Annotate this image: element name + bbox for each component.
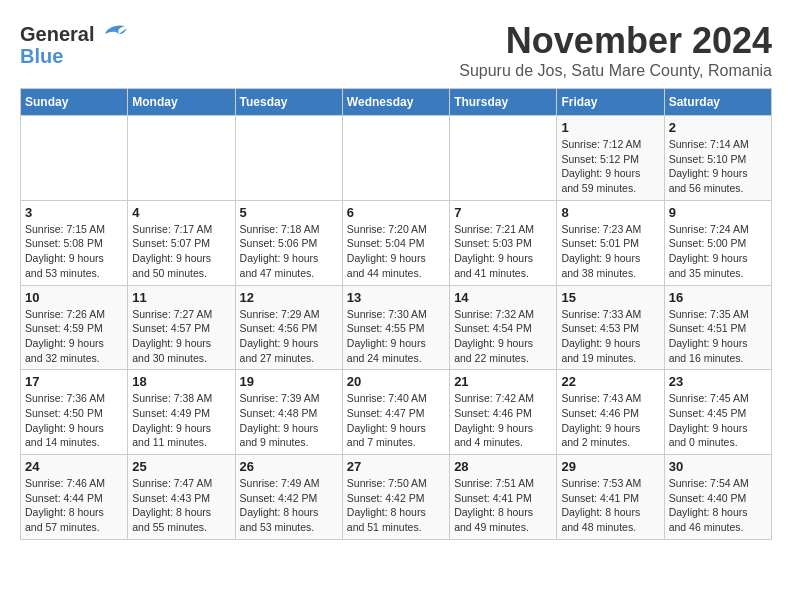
title-section: November 2024 Supuru de Jos, Satu Mare C… — [459, 20, 772, 80]
calendar-cell: 6Sunrise: 7:20 AMSunset: 5:04 PMDaylight… — [342, 200, 449, 285]
day-number: 8 — [561, 205, 659, 220]
day-info: Sunrise: 7:32 AMSunset: 4:54 PMDaylight:… — [454, 307, 552, 366]
header-thursday: Thursday — [450, 89, 557, 116]
day-info: Sunrise: 7:29 AMSunset: 4:56 PMDaylight:… — [240, 307, 338, 366]
day-number: 19 — [240, 374, 338, 389]
calendar-cell: 18Sunrise: 7:38 AMSunset: 4:49 PMDayligh… — [128, 370, 235, 455]
day-info: Sunrise: 7:36 AMSunset: 4:50 PMDaylight:… — [25, 391, 123, 450]
calendar-cell: 12Sunrise: 7:29 AMSunset: 4:56 PMDayligh… — [235, 285, 342, 370]
day-info: Sunrise: 7:51 AMSunset: 4:41 PMDaylight:… — [454, 476, 552, 535]
day-number: 10 — [25, 290, 123, 305]
calendar-cell — [128, 116, 235, 201]
day-number: 12 — [240, 290, 338, 305]
day-info: Sunrise: 7:20 AMSunset: 5:04 PMDaylight:… — [347, 222, 445, 281]
day-number: 23 — [669, 374, 767, 389]
calendar-week-1: 1Sunrise: 7:12 AMSunset: 5:12 PMDaylight… — [21, 116, 772, 201]
day-number: 22 — [561, 374, 659, 389]
day-info: Sunrise: 7:26 AMSunset: 4:59 PMDaylight:… — [25, 307, 123, 366]
day-info: Sunrise: 7:53 AMSunset: 4:41 PMDaylight:… — [561, 476, 659, 535]
day-info: Sunrise: 7:49 AMSunset: 4:42 PMDaylight:… — [240, 476, 338, 535]
day-number: 4 — [132, 205, 230, 220]
calendar-cell: 1Sunrise: 7:12 AMSunset: 5:12 PMDaylight… — [557, 116, 664, 201]
calendar-cell — [235, 116, 342, 201]
day-number: 30 — [669, 459, 767, 474]
day-info: Sunrise: 7:50 AMSunset: 4:42 PMDaylight:… — [347, 476, 445, 535]
calendar-cell: 22Sunrise: 7:43 AMSunset: 4:46 PMDayligh… — [557, 370, 664, 455]
day-info: Sunrise: 7:21 AMSunset: 5:03 PMDaylight:… — [454, 222, 552, 281]
day-number: 16 — [669, 290, 767, 305]
calendar-cell — [450, 116, 557, 201]
calendar-cell — [342, 116, 449, 201]
calendar-cell: 3Sunrise: 7:15 AMSunset: 5:08 PMDaylight… — [21, 200, 128, 285]
logo-bird-icon — [97, 20, 129, 48]
day-info: Sunrise: 7:47 AMSunset: 4:43 PMDaylight:… — [132, 476, 230, 535]
calendar-header-row: SundayMondayTuesdayWednesdayThursdayFrid… — [21, 89, 772, 116]
calendar-cell: 13Sunrise: 7:30 AMSunset: 4:55 PMDayligh… — [342, 285, 449, 370]
day-info: Sunrise: 7:24 AMSunset: 5:00 PMDaylight:… — [669, 222, 767, 281]
day-number: 29 — [561, 459, 659, 474]
calendar-week-2: 3Sunrise: 7:15 AMSunset: 5:08 PMDaylight… — [21, 200, 772, 285]
day-number: 2 — [669, 120, 767, 135]
calendar-cell: 19Sunrise: 7:39 AMSunset: 4:48 PMDayligh… — [235, 370, 342, 455]
page-header: General Blue November 2024 Supuru de Jos… — [20, 20, 772, 80]
day-number: 13 — [347, 290, 445, 305]
day-number: 5 — [240, 205, 338, 220]
day-info: Sunrise: 7:33 AMSunset: 4:53 PMDaylight:… — [561, 307, 659, 366]
day-info: Sunrise: 7:17 AMSunset: 5:07 PMDaylight:… — [132, 222, 230, 281]
header-friday: Friday — [557, 89, 664, 116]
day-info: Sunrise: 7:45 AMSunset: 4:45 PMDaylight:… — [669, 391, 767, 450]
day-number: 9 — [669, 205, 767, 220]
header-tuesday: Tuesday — [235, 89, 342, 116]
calendar-cell: 25Sunrise: 7:47 AMSunset: 4:43 PMDayligh… — [128, 455, 235, 540]
logo-line2: Blue — [20, 46, 129, 66]
calendar-cell: 21Sunrise: 7:42 AMSunset: 4:46 PMDayligh… — [450, 370, 557, 455]
calendar-cell: 29Sunrise: 7:53 AMSunset: 4:41 PMDayligh… — [557, 455, 664, 540]
day-number: 11 — [132, 290, 230, 305]
header-monday: Monday — [128, 89, 235, 116]
day-number: 1 — [561, 120, 659, 135]
calendar-week-3: 10Sunrise: 7:26 AMSunset: 4:59 PMDayligh… — [21, 285, 772, 370]
day-info: Sunrise: 7:54 AMSunset: 4:40 PMDaylight:… — [669, 476, 767, 535]
day-info: Sunrise: 7:40 AMSunset: 4:47 PMDaylight:… — [347, 391, 445, 450]
day-number: 24 — [25, 459, 123, 474]
calendar-cell: 14Sunrise: 7:32 AMSunset: 4:54 PMDayligh… — [450, 285, 557, 370]
day-number: 18 — [132, 374, 230, 389]
day-number: 28 — [454, 459, 552, 474]
day-info: Sunrise: 7:12 AMSunset: 5:12 PMDaylight:… — [561, 137, 659, 196]
day-info: Sunrise: 7:27 AMSunset: 4:57 PMDaylight:… — [132, 307, 230, 366]
day-info: Sunrise: 7:43 AMSunset: 4:46 PMDaylight:… — [561, 391, 659, 450]
day-number: 7 — [454, 205, 552, 220]
day-number: 15 — [561, 290, 659, 305]
calendar-cell: 24Sunrise: 7:46 AMSunset: 4:44 PMDayligh… — [21, 455, 128, 540]
calendar-cell: 17Sunrise: 7:36 AMSunset: 4:50 PMDayligh… — [21, 370, 128, 455]
calendar-cell: 9Sunrise: 7:24 AMSunset: 5:00 PMDaylight… — [664, 200, 771, 285]
day-info: Sunrise: 7:30 AMSunset: 4:55 PMDaylight:… — [347, 307, 445, 366]
day-info: Sunrise: 7:18 AMSunset: 5:06 PMDaylight:… — [240, 222, 338, 281]
day-number: 26 — [240, 459, 338, 474]
calendar-cell: 20Sunrise: 7:40 AMSunset: 4:47 PMDayligh… — [342, 370, 449, 455]
page-title: November 2024 — [459, 20, 772, 62]
calendar-week-5: 24Sunrise: 7:46 AMSunset: 4:44 PMDayligh… — [21, 455, 772, 540]
calendar-cell: 30Sunrise: 7:54 AMSunset: 4:40 PMDayligh… — [664, 455, 771, 540]
calendar-cell: 28Sunrise: 7:51 AMSunset: 4:41 PMDayligh… — [450, 455, 557, 540]
calendar-cell: 2Sunrise: 7:14 AMSunset: 5:10 PMDaylight… — [664, 116, 771, 201]
day-info: Sunrise: 7:15 AMSunset: 5:08 PMDaylight:… — [25, 222, 123, 281]
calendar-cell — [21, 116, 128, 201]
calendar-cell: 16Sunrise: 7:35 AMSunset: 4:51 PMDayligh… — [664, 285, 771, 370]
header-saturday: Saturday — [664, 89, 771, 116]
day-info: Sunrise: 7:46 AMSunset: 4:44 PMDaylight:… — [25, 476, 123, 535]
calendar-cell: 27Sunrise: 7:50 AMSunset: 4:42 PMDayligh… — [342, 455, 449, 540]
header-sunday: Sunday — [21, 89, 128, 116]
day-info: Sunrise: 7:14 AMSunset: 5:10 PMDaylight:… — [669, 137, 767, 196]
calendar-table: SundayMondayTuesdayWednesdayThursdayFrid… — [20, 88, 772, 540]
logo-line1: General — [20, 23, 94, 45]
page-subtitle: Supuru de Jos, Satu Mare County, Romania — [459, 62, 772, 80]
calendar-cell: 4Sunrise: 7:17 AMSunset: 5:07 PMDaylight… — [128, 200, 235, 285]
day-info: Sunrise: 7:42 AMSunset: 4:46 PMDaylight:… — [454, 391, 552, 450]
calendar-cell: 11Sunrise: 7:27 AMSunset: 4:57 PMDayligh… — [128, 285, 235, 370]
calendar-week-4: 17Sunrise: 7:36 AMSunset: 4:50 PMDayligh… — [21, 370, 772, 455]
calendar-cell: 5Sunrise: 7:18 AMSunset: 5:06 PMDaylight… — [235, 200, 342, 285]
day-info: Sunrise: 7:23 AMSunset: 5:01 PMDaylight:… — [561, 222, 659, 281]
day-info: Sunrise: 7:35 AMSunset: 4:51 PMDaylight:… — [669, 307, 767, 366]
day-number: 27 — [347, 459, 445, 474]
